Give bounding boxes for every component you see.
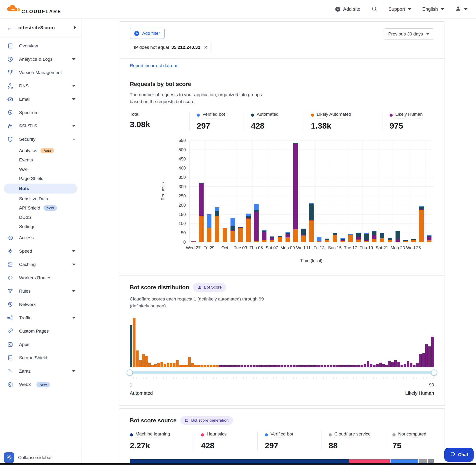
sidebar-item-access[interactable]: Access (0, 231, 81, 244)
day-bar-5 (221, 140, 229, 242)
settings-gear-button[interactable] (4, 452, 14, 463)
sidebar-item-label: Spectrum (19, 110, 38, 115)
sidebar-item-api-shield[interactable]: API ShieldNew (0, 203, 81, 213)
language-menu[interactable]: English (422, 6, 444, 12)
sidebar-item-events[interactable]: Events (0, 155, 81, 165)
gear-icon (6, 454, 12, 461)
add-filter-button[interactable]: + Add filter (130, 28, 165, 39)
score-bar-72 (348, 365, 351, 367)
score-bar-53 (290, 365, 292, 367)
section-title: Requests by bot score (130, 81, 191, 87)
day-bar-6 (229, 140, 237, 242)
filter-chip[interactable]: IP does not equal 35.212.240.32 × (130, 42, 212, 53)
stat-label[interactable]: Not computed (398, 432, 426, 438)
stat-label[interactable]: Heuristics (207, 432, 226, 438)
slider-min-label: Automated (130, 391, 153, 396)
sidebar-item-rules[interactable]: Rules (0, 285, 81, 298)
security-icon (7, 136, 13, 142)
sidebar-item-network[interactable]: Network (0, 298, 81, 311)
sidebar-item-zaraz[interactable]: Zaraz (0, 365, 81, 378)
score-bar-49 (277, 365, 280, 367)
stat-value: 297 (265, 441, 321, 450)
segment-likely-automated (270, 240, 275, 242)
sidebar-item-email[interactable]: Email (0, 93, 81, 106)
back-arrow-icon[interactable]: ← (6, 24, 13, 31)
sidebar-item-scrape-shield[interactable]: Scrape Shield (0, 351, 81, 365)
sidebar-item-bots[interactable]: Bots (4, 184, 77, 194)
date-range-select[interactable]: Previous 30 days (384, 28, 434, 40)
stat-label[interactable]: Likely Human (395, 112, 423, 118)
cloudflare-logo[interactable]: CLOUDFLARE (5, 3, 62, 15)
sidebar-item-ssl-tls[interactable]: SSL/TLS (0, 119, 81, 133)
sidebar-item-dns[interactable]: DNS (0, 79, 81, 93)
sidebar-item-analytics[interactable]: AnalyticsBeta (0, 146, 81, 155)
email-icon (7, 96, 13, 102)
sidebar-item-sensitive-data[interactable]: Sensitive Data (0, 194, 81, 203)
report-incorrect-data-link[interactable]: Report incorrect data (130, 63, 172, 68)
sidebar-item-workers-routes[interactable]: Workers Routes (0, 271, 81, 285)
sidebar-item-waf[interactable]: WAF (0, 165, 81, 174)
sidebar-item-speed[interactable]: Speed (0, 244, 81, 258)
search-icon[interactable] (371, 6, 377, 13)
stat-label[interactable]: Verified bot (271, 432, 293, 438)
sidebar-item-caching[interactable]: Caching (0, 258, 81, 271)
score-bar-26 (207, 365, 209, 367)
score-bar-69 (339, 365, 342, 367)
score-bar-29 (216, 365, 219, 367)
bars (190, 140, 433, 242)
segment-likely-human (254, 212, 259, 241)
stat-label[interactable]: Machine learning (136, 432, 170, 438)
segment-likely-automated (395, 242, 400, 242)
sidebar-item-security[interactable]: Security (0, 133, 81, 146)
chat-button[interactable]: Chat (444, 448, 474, 462)
stat-label[interactable]: Cloudflare service (334, 432, 370, 438)
score-bar-90 (404, 364, 406, 367)
requests-chart: Requests 0501001502002503003504004505005… (189, 140, 433, 242)
sidebar-item-analytics-logs[interactable]: Analytics & Logs (0, 53, 81, 66)
score-range-slider[interactable] (130, 371, 434, 374)
slider-handle-max[interactable] (431, 370, 437, 376)
bot-score-generation-badge[interactable]: Bot score generation (180, 416, 233, 425)
support-menu[interactable]: Support (388, 6, 411, 12)
sidebar-item-ddos[interactable]: DDoS (0, 213, 81, 222)
source-stats-row: Machine learning2.27kHeuristics428Verifi… (130, 432, 434, 450)
score-bar-62 (317, 365, 320, 367)
stat-machine-learning: Machine learning2.27k (130, 432, 194, 450)
stat-label[interactable]: Verified bot (202, 112, 225, 118)
sidebar-item-version-management[interactable]: Version Management (0, 66, 81, 79)
account-menu[interactable] (455, 5, 467, 13)
score-bar-1 (130, 325, 132, 367)
slider-handle-min[interactable] (127, 370, 133, 376)
sidebar-item-web3[interactable]: Web3New (0, 378, 81, 391)
sidebar-item-settings[interactable]: Settings (0, 222, 81, 231)
sidebar-item-page-shield[interactable]: Page Shield (0, 174, 81, 183)
segment-likely-automated (215, 216, 220, 242)
segment-verified-bot (207, 214, 212, 228)
sidebar-item-label: DNS (19, 83, 29, 89)
score-bar-84 (385, 365, 388, 367)
sidebar-item-custom-pages[interactable]: Custom Pages (0, 325, 81, 338)
collapse-sidebar-button[interactable]: Collapse sidebar (18, 455, 52, 460)
stat-label[interactable]: Likely Automated (317, 112, 351, 118)
site-selector[interactable]: ← cftestsite3.com (0, 19, 81, 37)
segment-likely-human (262, 232, 267, 240)
score-bar-67 (333, 365, 336, 367)
day-bar-11 (268, 140, 276, 242)
header-actions: + Add site Support English (335, 5, 467, 13)
stat-value: 1.38k (311, 121, 382, 130)
sidebar-item-spectrum[interactable]: Spectrum (0, 106, 81, 119)
day-bar-24 (370, 140, 378, 242)
add-site-button[interactable]: + Add site (335, 6, 360, 12)
sidebar-item-apps[interactable]: Apps (0, 338, 81, 351)
sidebar-item-traffic[interactable]: Traffic (0, 311, 81, 325)
close-icon[interactable]: × (204, 44, 207, 50)
bot-score-badge[interactable]: Bot Score (193, 283, 226, 292)
sidebar-item-label: Access (19, 235, 33, 241)
requests-section: Requests by bot score The number of requ… (119, 73, 444, 273)
sidebar-item-label: Overview (19, 43, 38, 49)
dns-icon (7, 83, 13, 89)
sidebar-item-overview[interactable]: Overview (0, 39, 81, 53)
score-bar-24 (201, 365, 203, 367)
analytics-icon (7, 56, 13, 62)
stat-label[interactable]: Automated (257, 112, 279, 118)
